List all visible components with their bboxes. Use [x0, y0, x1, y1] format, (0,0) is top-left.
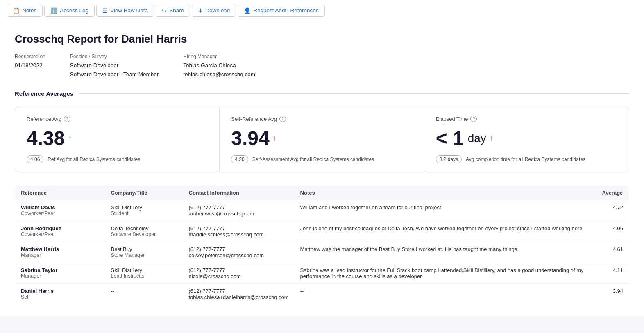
ref-contact: (612) 777-7777 nicole@crosschq.com [183, 263, 295, 284]
self-reference-avg-sub: 4.20 Self-Assessment Avg for all Redica … [231, 155, 412, 163]
hiring-manager-group: Hiring Manager Tobias Garcia Chiesa tobi… [183, 54, 255, 79]
ref-contact: (612) 777-7777 tobias.chiesa+danielharri… [183, 284, 295, 305]
requested-on-value: 01/18/2022 [15, 61, 45, 70]
request-references-button[interactable]: 👤 Request Addt'l References [238, 5, 324, 17]
ref-average: 4.06 [596, 221, 629, 242]
ref-contact: (612) 777-7777 maddie.schiess@crosschq.c… [183, 221, 295, 242]
reference-avg-trend-up-icon: ↑ [68, 134, 72, 143]
ref-average: 4.11 [596, 263, 629, 284]
share-icon: ↪ [162, 7, 167, 14]
access-log-button[interactable]: ℹ️ Access Log [44, 5, 95, 17]
info-icon: ℹ️ [50, 7, 57, 14]
ref-notes: Matthew was the manager of the Best Buy … [295, 242, 596, 263]
self-reference-avg-card: Self-Reference Avg ? 3.94 ↓ 4.20 Self-As… [220, 107, 424, 172]
ref-role: Manager [21, 273, 100, 279]
reference-averages-title: Reference Averages [15, 90, 73, 97]
ref-role: Manager [21, 252, 100, 258]
col-header-company: Company/Title [105, 186, 183, 200]
reference-avg-badge: 4.06 [27, 155, 43, 163]
position-value: Software Developer Software Developer - … [70, 61, 159, 79]
ref-role: Coworker/Peer [21, 231, 100, 237]
reference-avg-sub: 4.06 Ref Avg for all Redica Systems cand… [27, 155, 208, 163]
position-label: Position / Survey [70, 54, 159, 59]
hiring-manager-value: Tobias Garcia Chiesa tobias.chiesa@cross… [183, 61, 255, 79]
elapsed-time-sub: 3.2 days Avg completion time for all Red… [436, 155, 617, 163]
reference-avg-label: Reference Avg ? [27, 116, 208, 122]
download-button[interactable]: ⬇ Download [192, 5, 236, 17]
averages-grid: Reference Avg ? 4.38 ↑ 4.06 Ref Avg for … [15, 107, 629, 172]
top-navigation: 📋 Notes ℹ️ Access Log ☰ View Raw Data ↪ … [0, 0, 644, 21]
table-row: Matthew Harris Manager Best Buy Store Ma… [15, 242, 629, 263]
table-row: Daniel Harris Self -- (612) 777-7777 tob… [15, 284, 629, 305]
share-button[interactable]: ↪ Share [156, 5, 190, 17]
references-table-body: William Davis Coworker/Peer Skill Distil… [15, 200, 629, 305]
ref-notes: Sabrina was a lead instructor for the Fu… [295, 263, 596, 284]
ref-notes: John is one of my best colleagues at Del… [295, 221, 596, 242]
ref-company-title: Skill Distillery Student [105, 200, 183, 221]
ref-company-title: -- [105, 284, 183, 305]
main-content: Crosschq Report for Daniel Harris Reques… [0, 21, 644, 316]
elapsed-time-badge: 3.2 days [436, 155, 462, 163]
ref-notes: William and I worked together on a team … [295, 200, 596, 221]
references-table: Reference Company/Title Contact Informat… [15, 185, 629, 305]
self-reference-avg-value: 3.94 ↓ [231, 127, 412, 150]
ref-name: William Davis [21, 204, 100, 211]
ref-contact: (612) 777-7777 kelsey.peterson@crosschq.… [183, 242, 295, 263]
table-row: Sabrina Taylor Manager Skill Distillery … [15, 263, 629, 284]
list-icon: ☰ [102, 7, 108, 14]
ref-notes: -- [295, 284, 596, 305]
ref-name: Daniel Harris [21, 288, 100, 294]
reference-averages-section-header: Reference Averages [15, 90, 629, 97]
ref-company-title: Best Buy Store Manager [105, 242, 183, 263]
ref-name: John Rodriguez [21, 225, 100, 231]
report-title: Crosschq Report for Daniel Harris [15, 33, 629, 45]
position-group: Position / Survey Software Developer Sof… [70, 54, 159, 79]
ref-company-title: Skill Distillery Lead Instructor [105, 263, 183, 284]
download-icon: ⬇ [198, 7, 203, 14]
ref-name: Matthew Harris [21, 246, 100, 252]
reference-avg-card: Reference Avg ? 4.38 ↑ 4.06 Ref Avg for … [15, 107, 220, 172]
ref-average: 4.61 [596, 242, 629, 263]
table-header: Reference Company/Title Contact Informat… [15, 186, 629, 200]
col-header-contact: Contact Information [183, 186, 295, 200]
table-row: John Rodriguez Coworker/Peer Delta Techn… [15, 221, 629, 242]
self-reference-avg-label: Self-Reference Avg ? [231, 116, 412, 122]
elapsed-time-value: < 1 day ↑ [436, 127, 617, 150]
elapsed-time-label: Elapsed Time ? [436, 116, 617, 122]
col-header-reference: Reference [15, 186, 105, 200]
self-reference-avg-help-icon[interactable]: ? [279, 116, 286, 122]
elapsed-time-card: Elapsed Time ? < 1 day ↑ 3.2 days Avg co… [424, 107, 629, 172]
self-reference-avg-trend-down-icon: ↓ [273, 134, 277, 143]
elapsed-time-trend-up-icon: ↑ [490, 134, 493, 143]
col-header-notes: Notes [295, 186, 596, 200]
ref-role: Coworker/Peer [21, 211, 100, 216]
ref-contact: (612) 777-7777 amber.west@crosschq.com [183, 200, 295, 221]
table-row: William Davis Coworker/Peer Skill Distil… [15, 200, 629, 221]
requested-on-label: Requested on [15, 54, 45, 59]
hiring-manager-label: Hiring Manager [183, 54, 255, 59]
elapsed-time-help-icon[interactable]: ? [470, 116, 477, 122]
user-plus-icon: 👤 [244, 7, 251, 14]
view-raw-data-button[interactable]: ☰ View Raw Data [96, 5, 154, 17]
requested-on-group: Requested on 01/18/2022 [15, 54, 45, 79]
reference-avg-help-icon[interactable]: ? [64, 116, 70, 122]
reference-avg-value: 4.38 ↑ [27, 127, 208, 150]
meta-section: Requested on 01/18/2022 Position / Surve… [15, 54, 629, 79]
ref-name: Sabrina Taylor [21, 267, 100, 273]
elapsed-time-unit: day [468, 132, 486, 145]
self-reference-avg-badge: 4.20 [231, 155, 248, 163]
notes-button[interactable]: 📋 Notes [7, 5, 43, 17]
ref-company-title: Delta Technoloy Software Developer [105, 221, 183, 242]
ref-average: 4.72 [596, 200, 629, 221]
col-header-average: Average [596, 186, 629, 200]
ref-role: Self [21, 294, 100, 300]
notes-icon: 📋 [13, 7, 20, 14]
ref-average: 3.94 [596, 284, 629, 305]
